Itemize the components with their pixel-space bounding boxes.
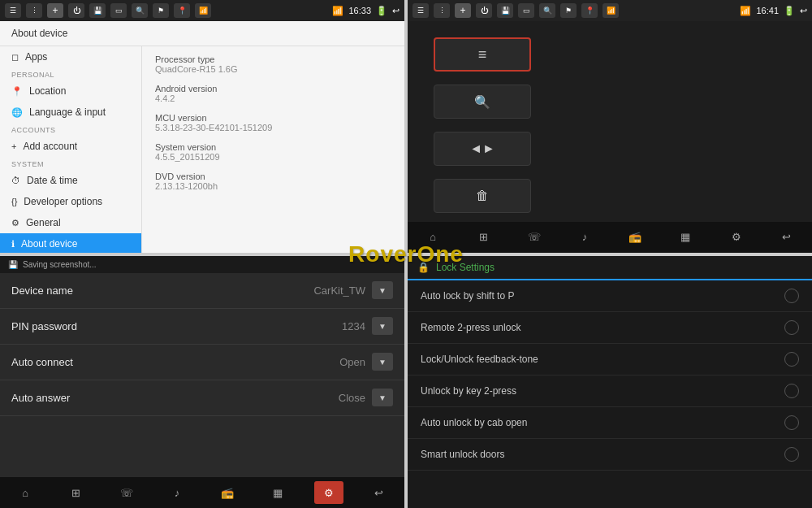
- feedback-toggle[interactable]: [784, 352, 799, 367]
- menu2-icon[interactable]: ☰: [412, 3, 429, 18]
- sidebar-item-add-account[interactable]: + Add account: [0, 136, 141, 157]
- back2-icon[interactable]: ↩: [800, 6, 807, 16]
- power2-icon: ⏻: [476, 3, 492, 18]
- info-row-dvd: DVD version 2.13.13-1200bh: [155, 172, 391, 191]
- time-display: 16:33: [348, 6, 371, 15]
- nav2-back[interactable]: ↩: [772, 226, 801, 249]
- smartunlock-toggle[interactable]: [784, 447, 799, 462]
- apps-icon: ◻: [11, 52, 19, 63]
- save2-icon: 💾: [497, 3, 513, 18]
- status-bar-1: ☰ ⋮ + ⏻ 💾 ▭ 🔍 ⚑ 📍 📶 📶 16:33 🔋 ↩: [0, 0, 404, 21]
- search2-icon[interactable]: 🔍: [539, 3, 555, 18]
- sidebar-item-apps[interactable]: ◻ Apps: [0, 46, 141, 67]
- nav2-home[interactable]: ⌂: [418, 226, 447, 249]
- nav3-home[interactable]: ⌂: [11, 481, 40, 504]
- autoconnect-label: Auto connect: [11, 356, 339, 368]
- device-name-dropdown[interactable]: ▼: [372, 281, 393, 299]
- bt-row-name: Device name CarKit_TW ▼: [0, 273, 404, 309]
- sidebar-label-language: Language & input: [29, 106, 106, 118]
- autolock-toggle[interactable]: [784, 289, 799, 303]
- p4-header: 🔒 Lock Settings: [408, 256, 812, 280]
- power-icon: ⏻: [68, 3, 84, 18]
- list-icon: ≡: [478, 46, 487, 63]
- sidebar-item-language[interactable]: 🌐 Language & input: [0, 102, 141, 123]
- info-row-system: System version 4.5.5_20151209: [155, 142, 391, 162]
- key2press-toggle[interactable]: [784, 384, 799, 398]
- panel-about-device: ☰ ⋮ + ⏻ 💾 ▭ 🔍 ⚑ 📍 📶 📶 16:33 🔋 ↩: [0, 0, 404, 253]
- pin-dropdown[interactable]: ▼: [372, 317, 393, 335]
- nav3-memo[interactable]: ▦: [263, 481, 292, 504]
- nav2-settings[interactable]: ⚙: [722, 226, 751, 249]
- p3-header: 💾 Saving screenshot...: [0, 256, 404, 273]
- flag2-icon: ⚑: [560, 3, 577, 18]
- screenshot-label: Saving screenshot...: [23, 260, 97, 269]
- cabopen-toggle[interactable]: [784, 415, 799, 430]
- autoanswer-label: Auto answer: [11, 392, 339, 404]
- menu-btn-nav[interactable]: ◄►: [434, 132, 531, 166]
- nav-bar-3: ⌂ ⊞ ☏ ♪ 📻 ▦ ⚙ ↩: [0, 477, 404, 508]
- time2-display: 16:41: [756, 6, 779, 15]
- location-icon: 📍: [174, 3, 190, 18]
- sidebar-label-date: Date & time: [27, 175, 78, 186]
- nav2-music[interactable]: ♪: [570, 226, 599, 249]
- autoanswer-dropdown[interactable]: ▼: [372, 389, 393, 406]
- wifi2-icon: 📶: [740, 6, 751, 16]
- p1-sidebar: ◻ Apps PERSONAL 📍 Location 🌐 Language & …: [0, 46, 142, 253]
- sidebar-item-date[interactable]: ⏱ Date & time: [0, 170, 141, 191]
- panel-lock-settings: 🔒 Lock Settings Auto lock by shift to P …: [408, 256, 812, 509]
- status2-right: 📶 16:41 🔋 ↩: [740, 6, 807, 16]
- sidebar-item-location[interactable]: 📍 Location: [0, 80, 141, 102]
- menu-btn-search[interactable]: 🔍: [434, 85, 531, 119]
- location2-icon: 📍: [581, 3, 598, 18]
- bt-row-autoanswer: Auto answer Close ▼: [0, 380, 404, 416]
- section-accounts: ACCOUNTS: [0, 123, 141, 136]
- nav3-settings[interactable]: ⚙: [314, 481, 343, 504]
- menu-icon[interactable]: ☰: [5, 3, 21, 18]
- screen-icon: ▭: [110, 3, 127, 18]
- status-left-icons: ☰ ⋮ + ⏻ 💾 ▭ 🔍 ⚑ 📍 📶: [5, 3, 211, 18]
- lock-row-feedback: Lock/Unlock feedback-tone: [408, 344, 812, 376]
- back-icon[interactable]: ↩: [392, 6, 400, 16]
- remote2press-toggle[interactable]: [784, 320, 799, 335]
- lock-row-cabopen: Auto unlock by cab open: [408, 407, 812, 439]
- status-right: 📶 16:33 🔋 ↩: [332, 6, 400, 16]
- sidebar-item-about[interactable]: ℹ About device: [0, 233, 141, 253]
- nav3-radio[interactable]: 📻: [213, 481, 242, 504]
- battery2-icon: 🔋: [784, 6, 795, 16]
- panel1-content: About device ◻ Apps PERSONAL 📍 Location: [0, 21, 404, 253]
- section-system: SYSTEM: [0, 157, 141, 170]
- device-name-value: CarKit_TW: [313, 284, 365, 297]
- save3-icon: 💾: [8, 260, 18, 269]
- nav2-memo[interactable]: ▦: [671, 226, 700, 249]
- sidebar-item-general[interactable]: ⚙ General: [0, 212, 141, 233]
- panel-app-menu: ☰ ⋮ + ⏻ 💾 ▭ 🔍 ⚑ 📍 📶 📶 16:41 🔋 ↩: [408, 0, 812, 253]
- sidebar-item-developer[interactable]: {} Developer options: [0, 191, 141, 212]
- signal-icon: 📶: [195, 3, 211, 18]
- menu-btn-delete[interactable]: 🗑: [434, 179, 531, 213]
- language-icon: 🌐: [11, 107, 23, 118]
- nav2-grid[interactable]: ⊞: [469, 226, 498, 249]
- more-icon[interactable]: ⋮: [26, 3, 42, 18]
- nav2-phone[interactable]: ☏: [520, 226, 549, 249]
- nav2-radio[interactable]: 📻: [620, 226, 650, 249]
- wifi-icon: 📶: [332, 6, 343, 16]
- dev-icon: {}: [11, 197, 17, 206]
- nav3-music[interactable]: ♪: [162, 481, 192, 504]
- nav3-back[interactable]: ↩: [365, 481, 394, 504]
- search-icon[interactable]: 🔍: [132, 3, 148, 18]
- panel3-content: 💾 Saving screenshot... Device name CarKi…: [0, 256, 404, 478]
- signal2-icon: 📶: [603, 3, 619, 18]
- sidebar-label-apps: Apps: [25, 51, 47, 63]
- menu-btn-list[interactable]: ≡: [434, 37, 531, 72]
- add-icon[interactable]: +: [47, 3, 63, 18]
- p1-info-panel: Processor type QuadCore-R15 1.6G Android…: [142, 46, 404, 253]
- sidebar-label-location: Location: [29, 85, 66, 97]
- nav3-grid[interactable]: ⊞: [61, 481, 90, 504]
- more2-icon[interactable]: ⋮: [434, 3, 450, 18]
- nav3-phone[interactable]: ☏: [112, 481, 141, 504]
- add2-icon[interactable]: +: [455, 3, 471, 18]
- device-name-label: Device name: [11, 284, 313, 297]
- autoconnect-dropdown[interactable]: ▼: [372, 353, 393, 371]
- search3-icon: 🔍: [474, 94, 490, 110]
- status-bar-2: ☰ ⋮ + ⏻ 💾 ▭ 🔍 ⚑ 📍 📶 📶 16:41 🔋 ↩: [408, 0, 812, 21]
